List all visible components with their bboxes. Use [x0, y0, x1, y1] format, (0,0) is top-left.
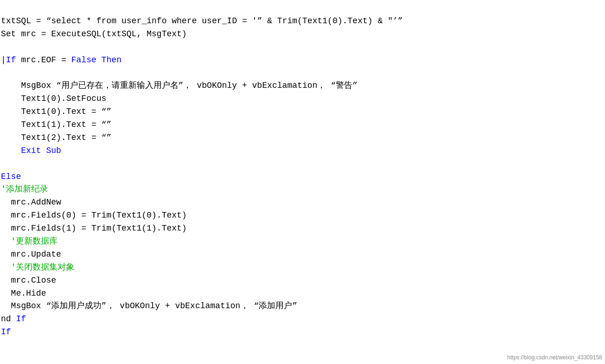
code-token: Set mrc = ExecuteSQL(txtSQL, MsgText) — [1, 29, 187, 39]
code-line — [1, 66, 605, 79]
code-token: MsgBox “添加用户成功”， vbOKOnly + vbExclamatio… — [1, 301, 297, 311]
code-line: Exit Sub — [1, 145, 605, 158]
code-token: Then — [101, 55, 121, 65]
code-token: mrc.Close — [1, 276, 56, 285]
code-token: Me.Hide — [1, 289, 46, 298]
code-token: mrc.AddNew — [1, 198, 61, 207]
code-token: '关闭数据集对象 — [1, 263, 74, 272]
code-line: '更新数据库 — [1, 235, 605, 248]
code-token: If — [16, 314, 26, 324]
code-token: If — [1, 327, 11, 337]
code-line — [1, 158, 605, 171]
code-token: mrc.EOF = — [16, 55, 71, 65]
code-token: | — [1, 55, 6, 65]
code-token: mrc.Fields(1) = Trim(Text1(1).Text) — [1, 224, 187, 233]
code-token: mrc.Update — [1, 250, 61, 259]
code-token: MsgBox “用户已存在，请重新输入用户名”， vbOKOnly + vbEx… — [1, 81, 358, 90]
code-line: Text1(0).Text = “” — [1, 106, 605, 119]
watermark: https://blog.csdn.net/weixin_43309158 — [507, 353, 602, 362]
code-line: Me.Hide — [1, 287, 605, 300]
code-line: MsgBox “用户已存在，请重新输入用户名”， vbOKOnly + vbEx… — [1, 79, 605, 93]
code-line: Text1(2).Text = “” — [1, 132, 605, 145]
code-line: mrc.Fields(0) = Trim(Text1(0).Text) — [1, 209, 605, 222]
code-line: mrc.Close — [1, 274, 605, 287]
code-line: Text1(1).Text = “” — [1, 119, 605, 132]
code-line: |If mrc.EOF = False Then — [1, 54, 605, 67]
code-token: Else — [1, 172, 21, 181]
code-block: txtSQL = “select * from user_info where … — [0, 0, 605, 341]
code-token: '更新数据库 — [1, 237, 58, 246]
code-line: Set mrc = ExecuteSQL(txtSQL, MsgText) — [1, 28, 605, 41]
code-line: mrc.AddNew — [1, 196, 605, 209]
code-token: If — [6, 55, 16, 65]
code-line: Text1(0).SetFocus — [1, 93, 605, 106]
code-line: Else — [1, 171, 605, 184]
code-line: txtSQL = “select * from user_info where … — [1, 15, 605, 28]
code-line: nd If — [1, 313, 605, 326]
code-token: False — [71, 55, 96, 65]
code-line: If — [1, 326, 605, 339]
code-token: Exit Sub — [21, 146, 61, 155]
code-token: Text1(0).SetFocus — [1, 94, 106, 103]
code-line: mrc.Update — [1, 248, 605, 261]
code-line: '关闭数据集对象 — [1, 261, 605, 274]
code-line: MsgBox “添加用户成功”， vbOKOnly + vbExclamatio… — [1, 300, 605, 313]
code-token: mrc.Fields(0) = Trim(Text1(0).Text) — [1, 211, 187, 220]
code-token: '添加新纪录 — [1, 185, 48, 194]
code-line — [1, 41, 605, 54]
code-token: Text1(0).Text = “” — [1, 107, 112, 116]
code-line: mrc.Fields(1) = Trim(Text1(1).Text) — [1, 222, 605, 235]
code-token: Text1(1).Text = “” — [1, 120, 112, 129]
code-token — [96, 55, 101, 65]
code-token — [1, 146, 21, 155]
code-line: '添加新纪录 — [1, 183, 605, 196]
code-token: nd — [1, 314, 16, 324]
code-token: txtSQL = “select * from user_info where … — [1, 16, 403, 26]
code-token: Text1(2).Text = “” — [1, 133, 112, 142]
